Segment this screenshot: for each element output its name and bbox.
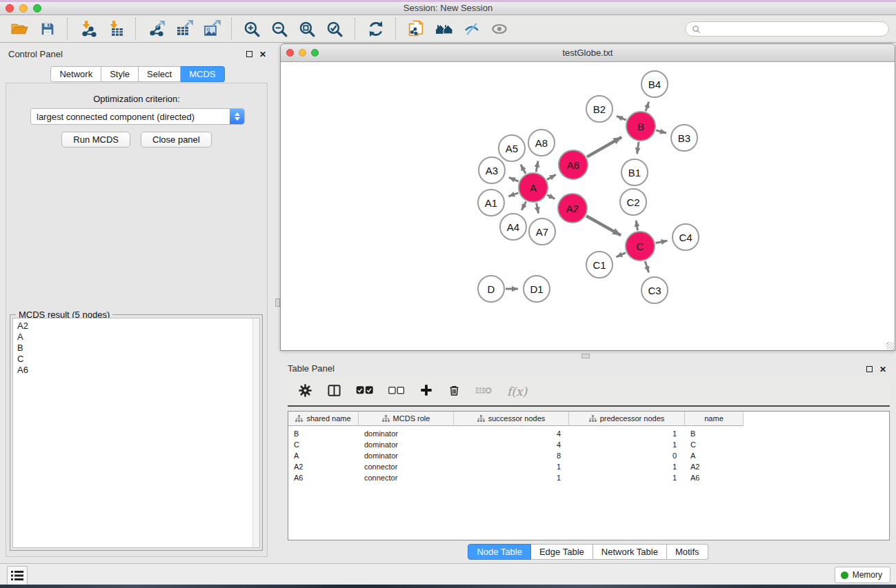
delete-table-button[interactable] — [475, 385, 492, 398]
new-network-button[interactable] — [405, 18, 428, 41]
edge-A-A2[interactable] — [547, 195, 555, 199]
edge-A-A1[interactable] — [508, 193, 518, 196]
table-row[interactable]: Cdominator41C — [288, 439, 889, 450]
edge-A6-B[interactable] — [587, 137, 621, 157]
node-C3[interactable]: C3 — [641, 277, 668, 303]
column-header-mcds-role[interactable]: MCDS role — [359, 412, 454, 426]
table-row[interactable]: Bdominator41B — [288, 428, 889, 439]
node-D[interactable]: D — [478, 276, 504, 302]
table-options-button[interactable] — [298, 383, 312, 401]
edge-C-C3[interactable] — [645, 261, 648, 272]
node-C2[interactable]: C2 — [620, 189, 646, 215]
tab-select[interactable]: Select — [139, 66, 181, 82]
tab-style[interactable]: Style — [101, 66, 139, 82]
column-header-predecessor-nodes[interactable]: predecessor nodes — [569, 412, 685, 426]
network-window-titlebar[interactable]: testGlobe.txt — [281, 44, 895, 62]
mcds-result-item[interactable]: C — [17, 354, 251, 365]
show-panels-button[interactable] — [488, 18, 510, 41]
column-header-shared-name[interactable]: shared name — [288, 412, 359, 426]
node-B1[interactable]: B1 — [621, 159, 648, 185]
node-A8[interactable]: A8 — [528, 130, 555, 156]
edge-A2-C[interactable] — [586, 216, 621, 235]
node-A[interactable]: A — [519, 173, 548, 202]
close-panel-icon[interactable]: ✕ — [259, 50, 266, 59]
zoom-out-button[interactable] — [268, 18, 291, 41]
deselect-all-button[interactable] — [388, 385, 405, 398]
edge-C-C1[interactable] — [617, 253, 626, 257]
add-column-button[interactable] — [419, 383, 433, 400]
export-image-button[interactable] — [200, 18, 223, 41]
mcds-result-item[interactable]: B — [17, 343, 251, 354]
node-A2[interactable]: A2 — [558, 194, 587, 223]
mcds-result-item[interactable]: A2 — [17, 321, 251, 332]
tab-edge-table[interactable]: Edge Table — [531, 544, 593, 560]
criterion-select[interactable]: largest connected component (directed) — [30, 108, 245, 125]
import-network-button[interactable] — [77, 18, 99, 41]
node-A5[interactable]: A5 — [499, 135, 525, 161]
memory-button[interactable]: Memory — [835, 567, 890, 583]
splitter-grip[interactable] — [581, 354, 590, 358]
edge-C-C4[interactable] — [656, 241, 668, 243]
refresh-button[interactable] — [364, 18, 387, 41]
edge-B-B2[interactable] — [617, 116, 626, 120]
column-header-successor-nodes[interactable]: successor nodes — [454, 412, 569, 426]
edge-A-A4[interactable] — [521, 201, 526, 210]
mcds-result-item[interactable]: A — [17, 332, 251, 343]
save-session-button[interactable] — [36, 18, 59, 41]
mcds-list-scrollbar[interactable] — [252, 318, 259, 547]
tab-motifs[interactable]: Motifs — [667, 544, 708, 560]
mcds-result-item[interactable]: A6 — [17, 365, 251, 376]
toggle-columns-button[interactable] — [327, 383, 341, 401]
node-B4[interactable]: B4 — [641, 71, 668, 97]
node-B[interactable]: B — [626, 112, 655, 141]
tab-node-table[interactable]: Node Table — [468, 544, 531, 560]
node-C4[interactable]: C4 — [673, 224, 699, 250]
node-C[interactable]: C — [626, 232, 655, 261]
node-B2[interactable]: B2 — [586, 96, 613, 122]
table-row[interactable]: A2connector11A2 — [288, 461, 889, 472]
tab-mcds[interactable]: MCDS — [181, 66, 224, 82]
export-network-button[interactable] — [145, 18, 168, 41]
tab-network[interactable]: Network — [50, 66, 101, 82]
import-table-button[interactable] — [104, 18, 127, 41]
node-A3[interactable]: A3 — [479, 157, 505, 183]
search-input[interactable] — [704, 23, 882, 34]
network-canvas[interactable]: AA1A2A3A4A5A6A7A8BB1B2B3B4CC1C2C3C4DD1 — [281, 62, 895, 350]
column-header-name[interactable]: name — [685, 412, 744, 426]
horizontal-splitter[interactable] — [280, 351, 896, 360]
node-A7[interactable]: A7 — [529, 219, 555, 245]
edge-A-A7[interactable] — [537, 203, 539, 214]
splitter-grip[interactable] — [275, 298, 280, 307]
float-panel-icon[interactable] — [246, 51, 252, 57]
hide-panels-button[interactable] — [460, 18, 483, 41]
edge-B-B1[interactable] — [637, 142, 639, 154]
home-button[interactable] — [432, 18, 455, 41]
zoom-fit-button[interactable] — [296, 18, 319, 41]
export-table-button[interactable] — [172, 18, 195, 41]
float-panel-icon[interactable] — [866, 366, 873, 372]
edge-B-B4[interactable] — [646, 102, 648, 111]
table-row[interactable]: Adominator80A — [288, 450, 889, 461]
edge-A-A5[interactable] — [521, 165, 526, 174]
edge-A-A3[interactable] — [509, 177, 519, 181]
vertical-splitter[interactable] — [275, 43, 280, 563]
resize-grip[interactable] — [886, 342, 894, 349]
delete-column-button[interactable] — [448, 383, 461, 401]
edge-A-A6[interactable] — [547, 174, 556, 179]
node-D1[interactable]: D1 — [524, 276, 550, 302]
close-panel-button[interactable]: Close panel — [141, 132, 212, 148]
tab-network-table[interactable]: Network Table — [593, 544, 667, 560]
edge-B-B3[interactable] — [656, 130, 666, 133]
zoom-selected-button[interactable] — [323, 18, 346, 41]
edge-C-C2[interactable] — [636, 221, 637, 231]
node-A1[interactable]: A1 — [478, 190, 504, 216]
search-box[interactable] — [685, 21, 889, 37]
zoom-in-button[interactable] — [241, 18, 263, 41]
function-builder-button[interactable]: f(x) — [507, 385, 527, 398]
table-row[interactable]: A6connector11A6 — [288, 472, 889, 483]
node-C1[interactable]: C1 — [586, 252, 613, 278]
node-A6[interactable]: A6 — [559, 150, 588, 179]
node-B3[interactable]: B3 — [671, 125, 697, 151]
edge-A-A8[interactable] — [536, 161, 538, 172]
select-all-button[interactable] — [356, 385, 374, 398]
